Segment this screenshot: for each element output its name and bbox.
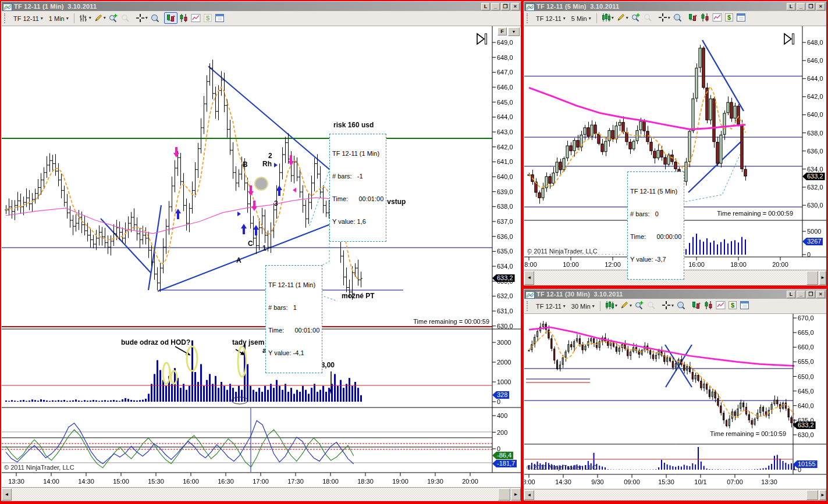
price-tick-label: 636,0 [497,233,513,240]
horizontal-scrollbar[interactable]: ◄ ► [2,487,521,501]
series-dropdown-button[interactable]: ▼ [508,27,520,36]
pencil-draw-icon[interactable]: ▾ [93,13,107,23]
go-to-last-bar-icon[interactable] [475,32,489,48]
candlestick-chart-icon[interactable] [699,12,711,23]
close-button[interactable]: × [816,291,825,298]
titlebar[interactable]: TF 12-11 (5 Min) 3.10.2011 L _ ❐ × [524,2,826,11]
crosshair-icon[interactable]: ▾ [660,300,675,310]
scrollbar-thumb[interactable] [498,488,510,501]
chart-window-icon [525,291,535,298]
go-to-last-bar-icon[interactable] [782,32,796,48]
dollar-icon[interactable]: $ [727,300,738,310]
zoom-region-icon[interactable] [675,300,687,310]
data-panel-icon[interactable] [735,12,747,23]
line-chart-icon[interactable] [190,13,202,23]
last-price-badge: 633,2 [802,173,825,180]
minimize-button[interactable]: _ [797,291,805,298]
chart-area: 670,0665,0660,0655,0650,0645,0640,0635,0… [524,314,826,501]
scroll-left-button[interactable]: ◄ [524,271,534,285]
interval-dropdown[interactable]: 1 Min▾ [47,14,71,23]
scroll-right-button[interactable]: ► [819,271,826,285]
price-tick-label: 641,0 [497,158,513,165]
chart-style-candles-icon[interactable]: ▾ [600,12,615,23]
candlestick-chart-icon[interactable] [702,300,715,310]
interval-label: 1 Min [49,15,65,22]
minimize-button[interactable]: _ [491,3,500,10]
price-chart-canvas[interactable] [524,314,826,489]
toolbar-grip[interactable] [527,301,531,311]
data-panel-icon[interactable] [214,13,226,23]
oscillator-tick-label: 200 [497,429,507,436]
scroll-left-button[interactable]: ◄ [524,490,534,500]
chart-window-1min: TF 12-11 (1 Min) 3.10.2011 L _ ❐ × TF 12… [1,1,521,501]
price-tick-label: 648,0 [497,54,513,61]
volume-tick-label: 0 [497,398,500,405]
toolbar-separator [596,13,597,23]
line-chart-icon[interactable] [715,300,727,310]
price-tick-label: 634,0 [497,263,513,270]
price-tick-label: 645,0 [497,99,513,106]
bar-updown-icon[interactable] [687,12,699,23]
crosshair-icon[interactable]: ▾ [134,13,149,23]
wave-label: Rh [262,160,272,168]
candlestick-chart-icon[interactable] [177,13,190,23]
target-annotation: možné PT [342,292,375,300]
link-button[interactable]: L [481,3,490,10]
pencil-draw-icon[interactable]: ▾ [619,300,633,310]
minimize-button[interactable]: _ [797,3,805,10]
price-chart-canvas[interactable] [2,26,521,488]
scrollbar-thumb[interactable] [806,490,818,500]
zoom-region-icon[interactable] [671,12,683,23]
chart-style-bars-icon[interactable]: ▾ [77,13,93,23]
time-tick-label: 20:00 [772,261,788,268]
zoom-in-plus-icon[interactable] [107,13,119,23]
time-tick-label: 18:00 [322,478,339,485]
time-tick-label: 14:00 [43,478,59,485]
line-chart-icon[interactable] [711,12,723,23]
scroll-right-button[interactable]: ► [511,488,521,501]
data-panel-icon[interactable] [738,300,751,310]
bar-updown-icon[interactable] [164,12,177,24]
close-button[interactable]: × [511,3,520,10]
scrollbar-thumb[interactable] [806,271,818,285]
time-tick-label: 07:00 [727,478,743,485]
dollar-icon[interactable]: $ [723,12,735,23]
zoom-region-icon[interactable] [149,13,161,23]
wave-label: 1 [262,244,266,252]
titlebar[interactable]: TF 12-11 (30 Min) 3.10.2011 L _ ❐ × [524,289,826,299]
hod-annotation: bude odraz od HOD? [121,338,190,346]
interval-dropdown[interactable]: 5 Min▾ [569,14,594,23]
time-tick-label: 09:00 [624,478,640,485]
scroll-right-button[interactable]: ► [819,490,826,500]
link-button[interactable]: L [787,291,795,298]
instrument-dropdown[interactable]: TF 12-11▾ [534,14,568,23]
instrument-dropdown[interactable]: TF 12-11▾ [534,302,568,311]
close-button[interactable]: × [816,3,825,10]
price-tick-label: 645,0 [798,388,814,395]
zoom-in-plus-icon[interactable] [630,12,642,23]
horizontal-scrollbar[interactable]: ◄ ► [524,489,826,501]
pencil-draw-icon[interactable]: ▾ [615,12,630,23]
last-price-badge: 633,2 [492,274,515,282]
chart-window-icon [525,3,535,10]
bar-updown-icon[interactable] [690,300,702,310]
focus-button[interactable]: F [497,27,507,35]
maximize-button[interactable]: ❐ [806,291,815,298]
zoom-in-plus-icon[interactable] [633,300,645,310]
interval-dropdown[interactable]: 30 Min▾ [569,302,597,311]
maximize-button[interactable]: ❐ [501,3,510,10]
chart-style-candles-icon[interactable]: ▾ [603,300,619,310]
link-button[interactable]: L [787,3,795,10]
scroll-left-button[interactable]: ◄ [2,488,12,501]
wave-label: 3 [274,199,278,208]
instrument-dropdown[interactable]: TF 12-11▾ [11,14,45,23]
time-tick-label: 18:00 [730,261,747,268]
price-tick-label: 665,0 [798,329,814,336]
maximize-button[interactable]: ❐ [806,3,815,10]
svg-text:$: $ [206,15,209,22]
data-box-bars: # bars: 0 [630,210,681,218]
crosshair-icon[interactable]: ▾ [657,12,671,23]
toolbar-grip[interactable] [4,13,8,23]
toolbar-grip[interactable] [527,13,531,23]
titlebar[interactable]: TF 12-11 (1 Min) 3.10.2011 L _ ❐ × [2,2,521,11]
